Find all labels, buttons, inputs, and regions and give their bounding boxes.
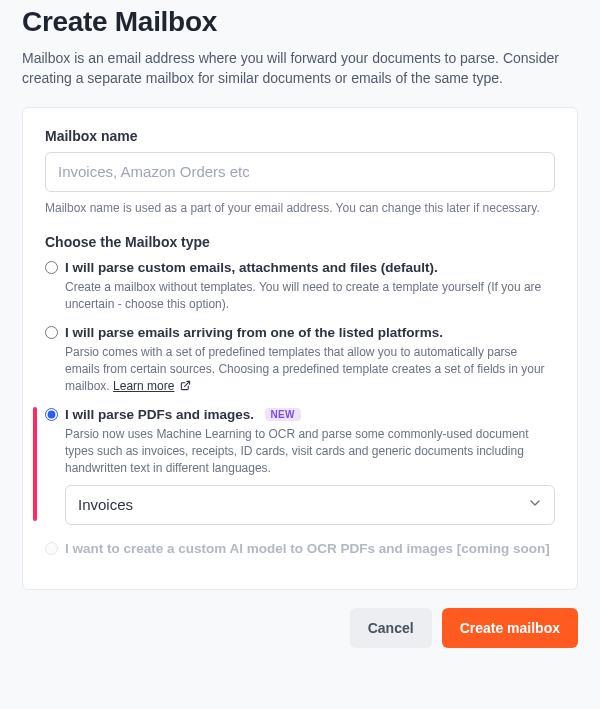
doc-type-select[interactable]: Invoices [65,485,555,525]
option-pdfs-highlight: I will parse PDFs and images. NEW Parsio… [33,405,555,524]
learn-more-link[interactable]: Learn more [113,379,174,393]
mailbox-type-options: I will parse custom emails, attachments … [45,258,555,556]
new-badge: NEW [265,408,301,421]
option-platforms[interactable]: I will parse emails arriving from one of… [45,323,555,395]
option-custom-radio[interactable] [45,261,58,274]
mailbox-name-hint: Mailbox name is used as a part of your e… [45,200,555,217]
option-custom-ai-radio [45,542,58,555]
form-card: Mailbox name Mailbox name is used as a p… [22,107,578,590]
doc-type-select-wrap: Invoices [65,485,555,525]
page-title: Create Mailbox [22,6,578,38]
create-mailbox-button[interactable]: Create mailbox [442,608,578,648]
option-custom-ai-title: I want to create a custom AI model to OC… [65,541,550,556]
page-subtitle: Mailbox is an email address where you wi… [22,48,578,89]
doc-type-select-value: Invoices [78,496,133,513]
external-link-icon [180,379,191,396]
option-pdfs-title: I will parse PDFs and images. [65,407,254,422]
mailbox-name-label: Mailbox name [45,128,555,144]
option-pdfs-radio[interactable] [45,408,58,421]
option-custom-desc: Create a mailbox without templates. You … [65,279,555,313]
footer-actions: Cancel Create mailbox [0,590,600,666]
mailbox-type-label: Choose the Mailbox type [45,234,555,250]
option-custom-ai: I want to create a custom AI model to OC… [45,539,555,557]
svg-line-0 [184,381,189,386]
option-platforms-desc: Parsio comes with a set of predefined te… [65,344,555,395]
option-custom[interactable]: I will parse custom emails, attachments … [45,258,555,313]
mailbox-name-input[interactable] [45,152,555,192]
option-platforms-radio[interactable] [45,326,58,339]
option-platforms-title: I will parse emails arriving from one of… [65,325,443,340]
option-pdfs[interactable]: I will parse PDFs and images. NEW Parsio… [45,405,555,524]
option-pdfs-desc: Parsio now uses Machine Learning to OCR … [65,426,555,476]
cancel-button[interactable]: Cancel [350,608,432,648]
option-custom-title: I will parse custom emails, attachments … [65,260,438,275]
